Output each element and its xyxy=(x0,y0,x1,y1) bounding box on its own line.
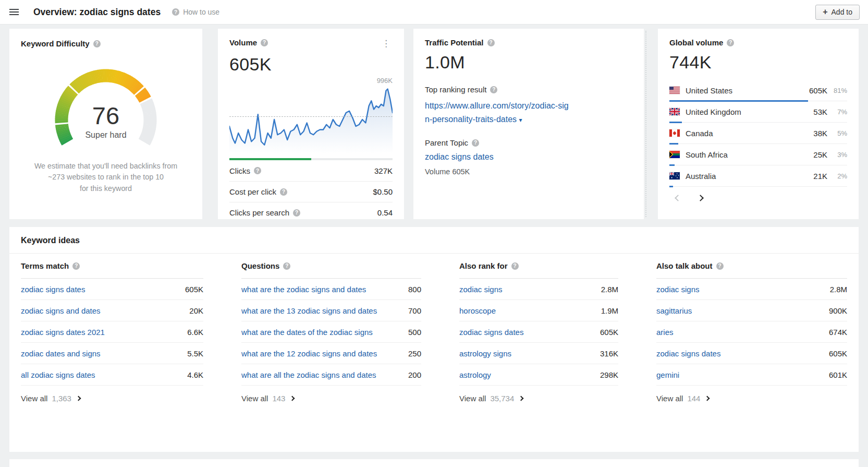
keyword-row: aries 674K xyxy=(656,321,847,343)
traffic-potential-title: Traffic Potential ? xyxy=(425,38,632,47)
kebab-menu-icon[interactable]: ⋮ xyxy=(380,38,393,49)
keyword-link[interactable]: astrology xyxy=(459,370,491,379)
how-to-use-label: How to use xyxy=(183,8,219,16)
keyword-link[interactable]: sagittarius xyxy=(656,306,692,315)
keyword-link[interactable]: zodiac signs dates xyxy=(459,328,523,337)
chevron-right-icon xyxy=(705,396,710,401)
page-body: Keyword Difficulty ? 76 Super hard We es… xyxy=(0,25,868,467)
topbar: Overview: zodiac signs dates ? How to us… xyxy=(0,0,868,25)
column-header: Also talk about ? xyxy=(656,254,847,279)
global-volume-card: Global volume ? 744K United States 605K … xyxy=(658,29,859,219)
keyword-link[interactable]: what are the 12 zodiac signs and dates xyxy=(241,349,377,358)
keyword-volume: 4.6K xyxy=(187,370,203,379)
keyword-volume: 700 xyxy=(408,306,421,315)
help-icon[interactable]: ? xyxy=(72,262,80,270)
metric-cards-row: Keyword Difficulty ? 76 Super hard We es… xyxy=(9,29,859,219)
help-icon[interactable]: ? xyxy=(511,262,519,270)
keyword-volume: 2.8M xyxy=(830,285,847,294)
keyword-link[interactable]: what are the 13 zodiac signs and dates xyxy=(241,306,377,315)
country-name: Canada xyxy=(686,129,813,138)
view-all-link[interactable]: View all 35,734 xyxy=(459,394,618,403)
keyword-link[interactable]: zodiac signs xyxy=(459,285,503,294)
keyword-link[interactable]: horoscope xyxy=(459,306,496,315)
keyword-row: what are the 12 zodiac signs and dates 2… xyxy=(241,343,421,364)
keyword-link[interactable]: zodiac signs xyxy=(656,285,700,294)
top-ranking-result-link[interactable]: https://www.allure.com/story/zodiac-sig … xyxy=(425,99,632,126)
add-to-label: Add to xyxy=(832,8,852,16)
keyword-volume: 298K xyxy=(600,370,618,379)
keyword-row: zodiac dates and signs 5.5K xyxy=(21,343,203,364)
metric-value: $0.50 xyxy=(373,187,393,196)
metric-value: 0.54 xyxy=(377,208,393,217)
menu-hamburger-icon[interactable] xyxy=(8,7,20,17)
country-name: South Africa xyxy=(686,150,813,159)
australia-flag-icon xyxy=(669,172,680,179)
keyword-volume: 2.8M xyxy=(601,285,618,294)
help-icon[interactable]: ? xyxy=(716,262,724,270)
how-to-use[interactable]: ? How to use xyxy=(172,8,219,16)
keyword-row: what are all the zodiac signs and dates … xyxy=(241,364,421,386)
column-header: Also rank for ? xyxy=(459,254,618,279)
keyword-volume: 6.6K xyxy=(187,328,203,337)
keyword-link[interactable]: astrology signs xyxy=(459,349,511,358)
country-volume: 25K xyxy=(813,150,827,159)
keyword-ideas-column: Also talk about ? zodiac signs 2.8M sagi… xyxy=(656,254,847,403)
metric-value: 327K xyxy=(374,166,393,175)
keyword-link[interactable]: aries xyxy=(656,328,674,337)
keyword-link[interactable]: what are the zodiac signs and dates xyxy=(241,285,366,294)
prev-page-icon[interactable] xyxy=(675,195,681,201)
help-icon[interactable]: ? xyxy=(283,262,290,270)
help-icon[interactable]: ? xyxy=(280,188,287,196)
keyword-link[interactable]: zodiac dates and signs xyxy=(21,349,101,358)
country-volume: 605K xyxy=(809,86,827,95)
help-icon[interactable]: ? xyxy=(487,39,495,46)
country-percent: 7% xyxy=(827,108,847,116)
global-volume-value: 744K xyxy=(669,52,847,73)
parent-topic-link[interactable]: zodiac signs dates xyxy=(425,152,632,162)
keyword-link[interactable]: what are all the zodiac signs and dates xyxy=(241,370,376,379)
help-icon[interactable]: ? xyxy=(472,139,479,147)
keyword-link[interactable]: gemini xyxy=(656,370,679,379)
keyword-row: zodiac signs dates 2021 6.6K xyxy=(21,321,203,343)
help-icon[interactable]: ? xyxy=(172,8,179,16)
keyword-difficulty-title: Keyword Difficulty ? xyxy=(21,39,191,48)
keyword-row: sagittarius 900K xyxy=(656,300,847,321)
add-to-button[interactable]: + Add to xyxy=(815,5,860,20)
keyword-link[interactable]: all zodiac signs dates xyxy=(21,370,95,379)
chevron-down-icon[interactable]: ▾ xyxy=(519,116,522,124)
keyword-row: zodiac signs 2.8M xyxy=(656,279,847,300)
country-pagination xyxy=(669,196,847,200)
view-all-count: 35,734 xyxy=(490,394,514,403)
keyword-link[interactable]: zodiac signs dates 2021 xyxy=(21,328,105,337)
help-icon[interactable]: ? xyxy=(261,39,268,46)
keyword-volume: 800 xyxy=(408,285,421,294)
keyword-ideas-column: Questions ? what are the zodiac signs an… xyxy=(241,254,421,403)
view-all-link[interactable]: View all 1,363 xyxy=(21,394,203,403)
keyword-volume: 605K xyxy=(185,285,203,294)
help-icon[interactable]: ? xyxy=(293,209,300,217)
next-page-icon[interactable] xyxy=(697,195,704,201)
help-icon[interactable]: ? xyxy=(490,86,497,93)
volume-metric-row: Cost per click? $0.50 xyxy=(229,181,393,202)
view-all-link[interactable]: View all 143 xyxy=(241,394,421,403)
chevron-right-icon xyxy=(76,396,81,401)
help-icon[interactable]: ? xyxy=(93,40,101,47)
help-icon[interactable]: ? xyxy=(727,39,734,46)
help-icon[interactable]: ? xyxy=(254,167,261,174)
keyword-link[interactable]: zodiac signs dates xyxy=(656,349,720,358)
keyword-link[interactable]: zodiac signs and dates xyxy=(21,306,101,315)
keyword-link[interactable]: what are the dates of the zodiac signs xyxy=(241,328,373,337)
metric-label: Cost per click xyxy=(229,187,276,196)
view-all-link[interactable]: View all 144 xyxy=(656,394,847,403)
volume-value: 605K xyxy=(229,54,393,75)
country-row: South Africa 25K 3% xyxy=(669,144,847,165)
volume-metric-row: Clicks? 327K xyxy=(229,160,393,181)
card-resize-handle[interactable] xyxy=(644,29,658,219)
keyword-row: zodiac signs dates 605K xyxy=(656,343,847,364)
country-volume: 38K xyxy=(813,129,827,138)
keyword-link[interactable]: zodiac signs dates xyxy=(21,285,85,294)
country-row: United Kingdom 53K 7% xyxy=(669,101,847,123)
country-volume: 53K xyxy=(813,107,827,116)
keyword-volume: 316K xyxy=(600,349,618,358)
view-all-count: 143 xyxy=(272,394,285,403)
